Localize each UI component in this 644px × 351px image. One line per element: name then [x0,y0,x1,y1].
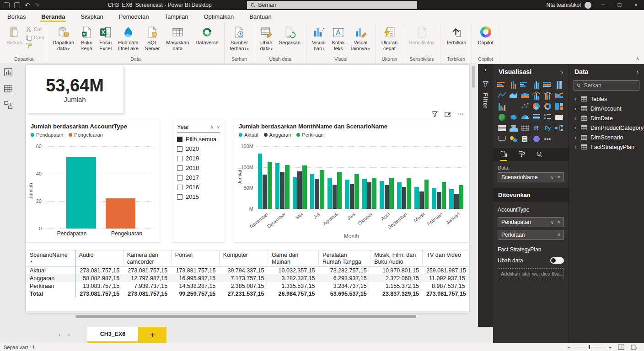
menu-tab-bantuan[interactable]: Bantuan [248,11,272,23]
data-table-dimscenario[interactable]: ›DimScenario [569,133,644,142]
line-clustered-column-chart-icon[interactable] [531,90,541,100]
bar-aktual[interactable] [432,188,436,209]
stacked-column-chart-icon[interactable] [509,80,518,89]
bar-anggaran[interactable] [263,175,267,209]
bar-aktual[interactable] [275,163,280,209]
data-search-box[interactable] [574,80,639,90]
data-search-input[interactable] [584,82,636,89]
filled-map-icon[interactable] [509,112,518,122]
add-drillthrough-field-placeholder[interactable]: Addiikan liiter wei dico flva... [498,268,564,279]
stacked-area-chart-icon[interactable] [520,90,530,100]
masukkan-data-button[interactable]: Masukkandata [163,24,192,52]
bar-perkiraan[interactable] [354,174,359,209]
slicer-item-2015[interactable]: 2015 [177,193,220,200]
undo-icon[interactable]: ↶ [25,2,30,8]
save-icon[interactable] [14,2,20,8]
visual-baru-button[interactable]: Visualbaru [309,24,329,52]
bar-aktual[interactable] [397,182,402,209]
bar-pengeluaran[interactable] [106,198,135,229]
bar-anggaran[interactable] [350,184,354,209]
bar-anggaran[interactable] [454,194,459,209]
card-visual-jumlah[interactable]: 53,64M Jumlah [26,66,123,113]
qa-visual-icon[interactable] [497,134,507,144]
chevron-right-icon[interactable]: › [574,134,578,141]
column-chart-month-scenario[interactable]: Jumlah berdasarkan MonthName dan Scenari… [234,120,469,242]
matrix-icon[interactable] [531,112,541,122]
data-table-dimaccount[interactable]: ›DimAccount [569,104,644,113]
slicer-item-2019[interactable]: 2019 [177,155,220,162]
zoom-slider[interactable]: − + [567,345,612,350]
bar-anggaran[interactable] [437,192,441,209]
checkbox[interactable] [177,146,182,152]
100-stacked-column-chart-icon[interactable] [554,80,564,89]
focus-mode-icon[interactable] [444,111,451,117]
account-button[interactable]: Nta teanistikol [547,2,591,9]
next-page-icon[interactable]: › [68,331,70,338]
ukuran-cepat-button[interactable]: Ukurancepat [378,24,401,52]
bar-perkiraan[interactable] [459,185,464,209]
ribbon-chart-icon[interactable] [554,90,564,100]
minimize-button[interactable]: − [599,0,608,10]
data-view-icon[interactable] [4,84,13,93]
slicer-item-2018[interactable]: 2018 [177,165,220,171]
collapse-pane-icon[interactable]: › [637,69,639,75]
slicer-item-2016[interactable]: 2016 [177,184,220,191]
more-visuals-icon[interactable]: ••• [543,134,553,144]
python-visual-icon[interactable]: Py [543,123,553,133]
filters-pane-collapsed[interactable]: ‹ Filter [478,64,493,327]
buku-kerja-button[interactable]: Bukukerja [77,24,96,52]
column-header[interactable]: Musik, Film, dan Buku Audio [370,250,423,266]
visual-lainnya-button[interactable]: Visuallainnya▾ [348,24,373,52]
column-header[interactable]: ScenarioName▲ [26,250,75,266]
chevron-down-icon[interactable]: ∨ [551,175,554,180]
segarkan-button[interactable]: Segarkan [276,24,304,46]
menu-tab-beranda[interactable]: Beranda [40,11,66,23]
build-tab-fields[interactable] [500,151,507,161]
collapse-ribbon-icon[interactable]: ∧ [636,56,639,62]
bar-anggaran[interactable] [367,182,372,209]
bar-aktual[interactable] [414,187,419,209]
key-influencers-icon[interactable] [509,134,518,144]
bar-anggaran[interactable] [333,185,337,209]
cut-button[interactable]: Cur [26,26,44,32]
bar-aktual[interactable] [362,179,367,209]
card-icon[interactable] [554,112,564,122]
table-visual[interactable]: ScenarioName▲AudioKamera dan camcorderPo… [26,250,469,311]
field-chip-perkiraan[interactable]: Perkiraan× [498,230,564,240]
report-view-icon[interactable] [4,68,13,77]
chevron-right-icon[interactable]: › [574,144,578,150]
line-stacked-column-chart-icon[interactable] [543,90,553,100]
column-header[interactable]: Audio [75,250,123,266]
year-slicer[interactable]: Year ∧ ∨ Pilih semua20202019201820172016… [172,120,225,242]
bar-perkiraan[interactable] [424,180,429,209]
column-header[interactable]: Peralatan Rumah Tangga [319,250,370,266]
menu-tab-optimalkan[interactable]: Optimalkan [203,11,235,23]
legend-item[interactable]: Pendapatan [31,132,63,138]
data-table-dimproductcategory[interactable]: ›DimProductCategory [569,123,644,133]
bar-anggaran[interactable] [419,191,424,209]
column-header[interactable]: TV dan Video [423,250,469,266]
bar-anggaran[interactable] [315,179,319,209]
remove-field-icon[interactable]: × [557,232,560,238]
bar-anggaran[interactable] [402,187,407,209]
bar-perkiraan[interactable] [442,182,446,209]
slicer-collapse-icon[interactable]: ∨ [217,124,220,129]
field-chip-pendapatan[interactable]: Pendapatan∨× [498,217,564,227]
checkbox[interactable] [177,175,182,181]
table-row-perkiraan[interactable]: Perkiraan13.083.757,157.939.737,1514.538… [26,282,469,290]
close-button[interactable]: × [631,0,640,10]
slicer-item-pilih-semua[interactable]: Pilih semua [177,136,220,143]
slicer-dropdown-icon[interactable]: ∧ [210,124,213,129]
page-tab-ch3-ex6[interactable]: CH3_EX6 [87,327,139,343]
power-apps-icon[interactable] [531,134,541,144]
checkbox[interactable] [177,165,182,171]
sensitivitas-button[interactable]: Sensitivitas [406,24,438,46]
gauge-icon[interactable] [520,112,530,122]
bar-aktual[interactable] [327,178,332,209]
legend-item[interactable]: Anggaran [264,132,291,138]
restore-button[interactable]: □ [615,0,624,10]
fit-to-width-icon[interactable] [631,344,638,350]
bar-aktual[interactable] [449,189,454,209]
terbitkan-button[interactable]: Terbitkan [443,24,470,46]
zoom-out-icon[interactable]: − [567,345,570,350]
